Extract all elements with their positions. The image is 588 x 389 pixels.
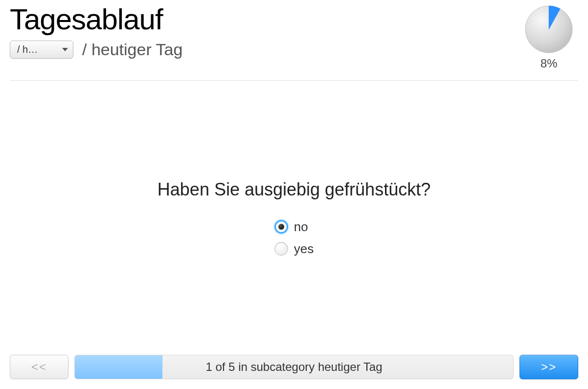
question-progress-bar: 1 of 5 in subcategory heutiger Tag xyxy=(74,355,514,379)
progress-pie-icon xyxy=(524,5,573,54)
page-title: Tagesablauf xyxy=(10,5,182,34)
question-text: Haben Sie ausgiebig gefrühstückt? xyxy=(158,179,430,200)
breadcrumb-row: / h… / heutiger Tag xyxy=(10,40,182,59)
radio-label-no: no xyxy=(294,219,308,235)
radio-dot-icon xyxy=(278,224,284,230)
app-container: Tagesablauf / h… / heutiger Tag xyxy=(0,0,588,389)
breadcrumb: / heutiger Tag xyxy=(82,40,182,59)
radio-button-no[interactable] xyxy=(274,220,288,234)
category-dropdown[interactable]: / h… xyxy=(10,41,73,59)
chevron-down-icon xyxy=(62,48,68,51)
progress-bar-text: 1 of 5 in subcategory heutiger Tag xyxy=(205,360,382,374)
footer-nav: << 1 of 5 in subcategory heutiger Tag >> xyxy=(10,355,578,389)
radio-label-yes: yes xyxy=(294,241,314,257)
next-button[interactable]: >> xyxy=(520,355,578,379)
answer-radio-group: no yes xyxy=(274,219,314,257)
radio-button-yes[interactable] xyxy=(274,242,288,256)
progress-indicator: 8% xyxy=(524,5,578,70)
header-left: Tagesablauf / h… / heutiger Tag xyxy=(10,5,182,59)
dropdown-label: / h… xyxy=(17,44,38,55)
radio-option-no[interactable]: no xyxy=(274,219,308,235)
progress-percent-label: 8% xyxy=(541,57,558,70)
header: Tagesablauf / h… / heutiger Tag xyxy=(10,0,578,81)
question-area: Haben Sie ausgiebig gefrühstückt? no yes xyxy=(10,81,578,355)
prev-button[interactable]: << xyxy=(10,355,68,379)
radio-option-yes[interactable]: yes xyxy=(274,241,314,257)
progress-bar-fill xyxy=(75,355,162,379)
